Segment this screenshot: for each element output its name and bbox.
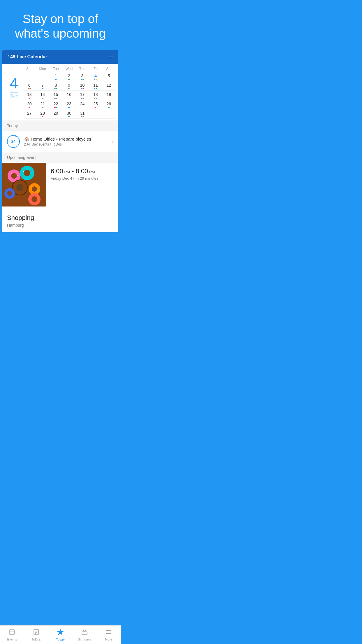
- day-cell[interactable]: 18: [89, 92, 102, 97]
- event-dots: [23, 79, 36, 80]
- calendar-weeks: 1 2 3 4 5: [23, 72, 115, 119]
- day-cell[interactable]: 29: [49, 110, 62, 116]
- event-dots: [102, 79, 115, 80]
- today-event-info: 🏠 Home Office • Prepare bicycles 2 All D…: [24, 136, 108, 146]
- day-cell[interactable]: 10: [76, 82, 89, 88]
- day-cell[interactable]: 11: [89, 82, 102, 88]
- event-dots: [89, 88, 102, 90]
- event-image: [2, 163, 46, 206]
- day-cell-today[interactable]: 4: [89, 73, 102, 79]
- event-date-info: Friday Dec 4 • In 29 minutes: [51, 176, 114, 181]
- chevron-right-icon: ›: [112, 138, 114, 144]
- event-dots: [49, 116, 62, 118]
- event-dots: [62, 116, 75, 118]
- day-cell[interactable]: 7: [36, 82, 49, 88]
- day-cell[interactable]: 1: [49, 73, 62, 79]
- upcoming-event-block[interactable]: 6:00 PM - 8:00 PM Friday Dec 4 • In 29 m…: [2, 163, 118, 211]
- event-dots: [36, 107, 49, 108]
- day-cell[interactable]: 25: [89, 101, 102, 107]
- event-dots: [76, 79, 89, 80]
- day-cell[interactable]: [36, 73, 49, 79]
- week-row-4: 20 21 22 23 24 25 26: [23, 100, 115, 109]
- calendar-card: 149 Live Calendar + Sun Mon Tue Wed Thu …: [2, 50, 118, 232]
- upcoming-section-header: Upcoming event: [2, 152, 118, 163]
- day-cell[interactable]: 30: [62, 110, 75, 116]
- week-row-5: 27 28 29 30 31: [23, 109, 115, 119]
- day-header-wed: Wed: [62, 67, 75, 71]
- svg-point-10: [7, 191, 12, 196]
- event-dots: [102, 88, 115, 90]
- event-dots: [102, 116, 115, 118]
- calendar-header-bar[interactable]: 149 Live Calendar +: [2, 50, 118, 64]
- day-cell[interactable]: 3: [76, 73, 89, 79]
- date-divider: [10, 92, 18, 92]
- event-time-separator: -: [72, 167, 75, 175]
- event-dots: [89, 79, 102, 80]
- week-row-2: 6 7 8 9 10 11 12: [23, 81, 115, 91]
- event-dots: [36, 88, 49, 90]
- day-cell[interactable]: 2: [62, 73, 75, 79]
- event-start-time: 6:00: [51, 167, 63, 175]
- event-dots: [102, 107, 115, 108]
- day-cell[interactable]: 20: [23, 101, 36, 107]
- day-cell[interactable]: 22: [49, 101, 62, 107]
- event-dots: [23, 107, 36, 108]
- day-headers: Sun Mon Tue Wed Thu Fri Sat: [23, 67, 115, 71]
- today-section-header: Today: [2, 120, 118, 131]
- week-row-1: 1 2 3 4 5: [23, 72, 115, 81]
- day-cell[interactable]: 14: [36, 92, 49, 97]
- day-cell[interactable]: 28: [36, 110, 49, 116]
- event-end-pm: PM: [88, 170, 95, 174]
- day-cell[interactable]: 17: [76, 92, 89, 97]
- day-cell[interactable]: 21: [36, 101, 49, 107]
- day-cell[interactable]: [102, 110, 115, 116]
- event-dots: [76, 88, 89, 90]
- calendar-body: Sun Mon Tue Wed Thu Fri Sat 4 Dec: [2, 64, 118, 120]
- event-dots: [49, 79, 62, 80]
- day-cell[interactable]: 13: [23, 92, 36, 97]
- event-dots: [76, 107, 89, 108]
- day-header-thu: Thu: [76, 67, 89, 71]
- day-cell[interactable]: 26: [102, 101, 115, 107]
- day-cell[interactable]: 31: [76, 110, 89, 116]
- day-cell[interactable]: 9: [62, 82, 75, 88]
- event-dots: [36, 98, 49, 99]
- event-dots: [62, 107, 75, 108]
- day-cell[interactable]: 12: [102, 82, 115, 88]
- svg-point-6: [16, 184, 23, 191]
- current-month: Dec: [10, 94, 18, 98]
- day-header-tue: Tue: [49, 67, 62, 71]
- day-cell[interactable]: 5: [102, 73, 115, 79]
- day-cell[interactable]: 16: [62, 92, 75, 97]
- event-end-time: 8:00: [76, 167, 88, 175]
- day-cell[interactable]: 23: [62, 101, 75, 107]
- day-cell[interactable]: 6: [23, 82, 36, 88]
- event-dots: [62, 98, 75, 99]
- event-dots: [62, 88, 75, 90]
- day-cell[interactable]: [89, 110, 102, 116]
- today-event-title: 🏠 Home Office • Prepare bicycles: [24, 136, 108, 142]
- day-cell[interactable]: 19: [102, 92, 115, 97]
- day-header-mon: Mon: [36, 67, 49, 71]
- event-dots: [49, 88, 62, 90]
- event-dots: [89, 116, 102, 118]
- day-cell[interactable]: 24: [76, 101, 89, 107]
- clock-icon: 24: [7, 135, 20, 148]
- day-cell[interactable]: 8: [49, 82, 62, 88]
- event-dots: [36, 116, 49, 118]
- day-cell[interactable]: 15: [49, 92, 62, 97]
- svg-point-12: [31, 196, 37, 202]
- add-calendar-button[interactable]: +: [109, 53, 113, 60]
- today-event-sub: 2 All Day events / ToDos: [24, 142, 108, 146]
- event-dots: [49, 98, 62, 99]
- today-event-row[interactable]: 24 🏠 Home Office • Prepare bicycles 2 Al…: [2, 131, 118, 152]
- event-dots: [49, 107, 62, 108]
- week-row-3: 13 14 15 16 17 18 19: [23, 91, 115, 100]
- event-dots: [89, 98, 102, 99]
- day-header-sun: Sun: [23, 67, 36, 71]
- day-cell[interactable]: 27: [23, 110, 36, 116]
- calendar-grid: 4 Dec 1 2 3 4 5: [5, 72, 115, 119]
- day-cell[interactable]: [23, 73, 36, 79]
- event-dots: [76, 98, 89, 99]
- svg-point-4: [24, 170, 30, 176]
